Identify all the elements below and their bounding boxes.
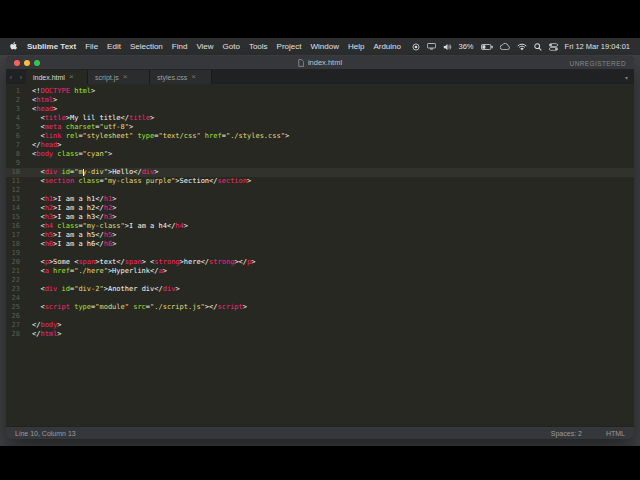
tab-close-icon[interactable]: × [191,73,196,81]
line-number: 23 [6,285,26,294]
line-number: 15 [6,213,26,222]
status-bar: Line 10, Column 13 Spaces: 2 HTML [6,426,634,439]
code-line[interactable]: 28</html> [6,330,634,339]
menu-bar: Sublime TextFileEditSelectionFindViewGot… [0,38,640,55]
line-number: 1 [6,87,26,96]
menu-item-help[interactable]: Help [348,42,364,51]
cloud-icon[interactable] [500,43,510,50]
window-title: index.html [308,58,342,67]
code-line[interactable]: 24 [6,294,634,303]
menu-item-view[interactable]: View [196,42,213,51]
code-line[interactable]: 15 <h3>I am a h3</h3> [6,213,634,222]
sublime-text-window: index.html UNREGISTERED ‹ › index.html×s… [6,56,634,439]
code-line[interactable]: 10 <div id="my-div">Hello</div> [6,168,634,177]
tab-close-icon[interactable]: × [69,73,74,81]
line-number: 7 [6,141,26,150]
desktop: Sublime TextFileEditSelectionFindViewGot… [0,38,640,446]
line-number: 2 [6,96,26,105]
tab-label: script.js [95,74,119,81]
menu-item-arduino[interactable]: Arduino [373,42,401,51]
code-line[interactable]: 16 <h4 class="my-class">I am a h4</h4> [6,222,634,231]
line-number: 27 [6,321,26,330]
wifi-icon[interactable] [517,43,527,51]
line-number: 3 [6,105,26,114]
menu-item-selection[interactable]: Selection [130,42,163,51]
code-line[interactable]: 19 [6,249,634,258]
code-line[interactable]: 27</body> [6,321,634,330]
minimize-button[interactable] [24,60,30,66]
tab-close-icon[interactable]: × [123,73,128,81]
code-line[interactable]: 5 <meta charset="utf-8"> [6,123,634,132]
menu-item-project[interactable]: Project [277,42,302,51]
menubar-clock[interactable]: Fri 12 Mar 19:04:01 [565,42,630,51]
menu-item-tools[interactable]: Tools [249,42,268,51]
text-caret [83,169,84,176]
syntax-mode[interactable]: HTML [606,430,625,437]
battery-icon[interactable] [481,44,493,50]
code-line[interactable]: 1<!DOCTYPE html> [6,87,634,96]
line-number: 28 [6,330,26,339]
line-number: 22 [6,276,26,285]
indentation-setting[interactable]: Spaces: 2 [551,430,582,437]
code-line[interactable]: 9 [6,159,634,168]
code-line[interactable]: 26 [6,312,634,321]
code-line[interactable]: 11 <section class="my-class purple">Sect… [6,177,634,186]
tab-scroll-left-icon[interactable]: ‹ [6,70,16,84]
code-line[interactable]: 13 <h1>I am a h1</h1> [6,195,634,204]
menu-item-find[interactable]: Find [172,42,188,51]
tab-styles.css[interactable]: styles.css× [150,70,212,84]
code-line[interactable]: 23 <div id="div-2">Another div</div> [6,285,634,294]
line-number: 6 [6,132,26,141]
tab-script.js[interactable]: script.js× [88,70,150,84]
display-icon[interactable] [427,43,436,50]
line-number: 25 [6,303,26,312]
line-number: 9 [6,159,26,168]
line-number: 17 [6,231,26,240]
code-line[interactable]: 14 <h2>I am a h2</h2> [6,204,634,213]
search-icon[interactable] [534,43,542,51]
code-line[interactable]: 22 [6,276,634,285]
code-line[interactable]: 18 <h6>I am a h6</h6> [6,240,634,249]
zoom-button[interactable] [34,60,40,66]
status-right: Spaces: 2 HTML [551,430,625,437]
line-number: 13 [6,195,26,204]
line-number: 20 [6,258,26,267]
cursor-position: Line 10, Column 13 [15,430,76,437]
editor[interactable]: 1<!DOCTYPE html>2<html>3<head>4 <title>M… [6,84,634,426]
code-line[interactable]: 12 [6,186,634,195]
code-line[interactable]: 7</head> [6,141,634,150]
apple-logo[interactable] [10,42,18,51]
menu-left: Sublime TextFileEditSelectionFindViewGot… [10,42,401,51]
menu-item-window[interactable]: Window [311,42,339,51]
tab-bar: ‹ › index.html×script.js×styles.css× ▾ [6,70,634,84]
line-number: 10 [6,168,26,177]
code-line[interactable]: 6 <link rel="stylesheet" type="text/css"… [6,132,634,141]
code-line[interactable]: 2<html> [6,96,634,105]
code-line[interactable]: 21 <a href="./here">Hyperlink</a> [6,267,634,276]
menu-item-sublime-text[interactable]: Sublime Text [27,42,76,51]
tab-label: index.html [33,74,65,81]
code-line[interactable]: 25 <script type="module" src="./script.j… [6,303,634,312]
line-number: 19 [6,249,26,258]
registration-badge: UNREGISTERED [570,60,626,67]
tab-scroll-right-icon[interactable]: › [16,70,26,84]
tab-overflow-icon[interactable]: ▾ [619,70,634,84]
battery-percentage[interactable]: 36% [459,42,474,51]
code-line[interactable]: 4 <title>My lil title</title> [6,114,634,123]
close-button[interactable] [14,60,20,66]
tab-index.html[interactable]: index.html× [26,70,88,84]
code-area: 1<!DOCTYPE html>2<html>3<head>4 <title>M… [6,87,634,339]
menu-item-file[interactable]: File [85,42,98,51]
menu-item-edit[interactable]: Edit [107,42,121,51]
control-center-icon[interactable] [549,43,558,51]
volume-icon[interactable] [443,43,452,51]
code-line[interactable]: 17 <h5>I am a h5</h5> [6,231,634,240]
screen-record-icon[interactable] [412,43,420,51]
code-line[interactable]: 20 <p>Some <span>text</span> <strong>her… [6,258,634,267]
title-bar[interactable]: index.html UNREGISTERED [6,56,634,70]
code-line[interactable]: 3<head> [6,105,634,114]
code-line[interactable]: 8<body class="cyan"> [6,150,634,159]
window-title-group: index.html [298,58,342,67]
menu-item-goto[interactable]: Goto [223,42,240,51]
line-number: 14 [6,204,26,213]
